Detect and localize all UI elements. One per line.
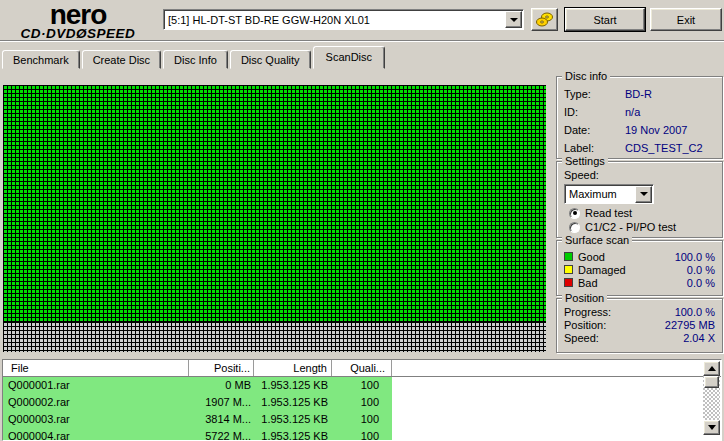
triangle-down-icon (708, 425, 716, 430)
speed-label: Speed: (564, 169, 599, 181)
bad-legend-square (564, 278, 573, 287)
start-button[interactable]: Start (565, 8, 645, 31)
c1c2-test-radio[interactable]: C1/C2 - PI/PO test (569, 221, 676, 233)
arrow-down-glyph (640, 192, 648, 196)
date-label: Date: (564, 124, 590, 136)
row-filler (392, 394, 721, 411)
scroll-up-button[interactable] (703, 361, 720, 376)
label-value: CDS_TEST_C2 (625, 139, 703, 157)
header-quality[interactable]: Quali... (332, 360, 392, 376)
c1c2-test-label: C1/C2 - PI/PO test (585, 221, 676, 233)
table-row[interactable]: Q000004.rar 5722 M... 1.953.125 KB 100 (3, 428, 721, 441)
file-list: File Positi... Length Quali... Q000001.r… (2, 359, 722, 441)
type-label: Type: (564, 88, 591, 100)
speed-value: 2.04 X (683, 332, 715, 345)
disc-info-group: Disc info Type: BD-R ID: n/a Date: 19 No… (556, 76, 723, 159)
drive-selector-value: [5:1] HL-DT-ST BD-RE GGW-H20N XL01 (164, 14, 505, 26)
file-cell: Q000002.rar (3, 394, 189, 411)
row-filler (392, 377, 721, 394)
radio-unselected-icon (569, 222, 580, 233)
tab-benchmark[interactable]: Benchmark (2, 50, 80, 69)
drive-selector[interactable]: [5:1] HL-DT-ST BD-RE GGW-H20N XL01 (163, 9, 524, 30)
scrollbar-track[interactable] (703, 376, 720, 420)
file-cell: Q000001.rar (3, 377, 189, 394)
disc-info-row-date: Date: 19 Nov 2007 (557, 121, 722, 139)
surface-scan-row-damaged: Damaged 0.0 % (557, 263, 722, 276)
bad-label: Bad (578, 277, 598, 289)
tab-disc-info[interactable]: Disc Info (163, 50, 228, 69)
disc-info-title: Disc info (562, 70, 610, 82)
type-value: BD-R (625, 85, 652, 103)
scan-grid (3, 85, 546, 352)
surface-scan-row-good: Good 100.0 % (557, 250, 722, 263)
tab-bar: Benchmark Create Disc Disc Info Disc Qua… (2, 46, 387, 69)
disc-info-row-type: Type: BD-R (557, 85, 722, 103)
position-row-position: Position: 22795 MB (557, 319, 722, 332)
header-length[interactable]: Length (254, 360, 332, 376)
position-group: Position Progress: 100.0 % Position: 227… (556, 298, 723, 353)
good-label: Good (578, 251, 605, 263)
nero-logo: nero CD·DVDØSPEED (2, 1, 154, 41)
chevron-down-icon[interactable] (505, 11, 522, 28)
damaged-value: 0.0 % (687, 264, 715, 276)
settings-title: Settings (562, 155, 608, 167)
scrollbar-thumb[interactable] (704, 376, 719, 388)
position-row-speed: Speed: 2.04 X (557, 332, 722, 345)
settings-group: Settings Speed: Maximum Read test C1/C2 … (556, 161, 723, 238)
tab-create-disc[interactable]: Create Disc (82, 50, 161, 69)
file-cell: Q000003.rar (3, 411, 189, 428)
triangle-up-icon (708, 366, 716, 371)
nero-brand-text: nero (2, 1, 154, 29)
top-bar: nero CD·DVDØSPEED [5:1] HL-DT-ST BD-RE G… (0, 0, 724, 40)
label-label: Label: (564, 142, 594, 154)
header-file[interactable]: File (3, 360, 189, 376)
bad-value: 0.0 % (687, 277, 715, 289)
table-row[interactable]: Q000002.rar 1907 M... 1.953.125 KB 100 (3, 394, 721, 411)
scan-grid-unscanned (3, 322, 546, 352)
file-cell: Q000004.rar (3, 428, 189, 441)
id-value: n/a (625, 103, 640, 121)
file-list-header: File Positi... Length Quali... (3, 360, 721, 377)
quality-cell: 100 (332, 377, 392, 394)
nero-cdspeed-window: nero CD·DVDØSPEED [5:1] HL-DT-ST BD-RE G… (0, 0, 724, 441)
read-test-label: Read test (585, 207, 632, 219)
progress-value: 100.0 % (675, 306, 715, 319)
position-cell: 3814 M... (189, 411, 254, 428)
tab-scandisc[interactable]: ScanDisc (313, 46, 385, 69)
surface-scan-group: Surface scan Good 100.0 % Damaged 0.0 % … (556, 240, 723, 296)
id-label: ID: (564, 106, 578, 118)
damaged-label: Damaged (578, 264, 626, 276)
arrow-down-glyph (510, 18, 518, 22)
date-value: 19 Nov 2007 (625, 121, 687, 139)
position-value: 22795 MB (665, 319, 715, 332)
damaged-legend-square (564, 265, 573, 274)
length-cell: 1.953.125 KB (254, 377, 332, 394)
scroll-down-button[interactable] (703, 420, 720, 435)
cdspeed-product-text: CD·DVDØSPEED (2, 27, 154, 41)
vertical-scrollbar[interactable] (703, 361, 720, 435)
speed-selector-value: Maximum (565, 188, 635, 200)
position-cell: 1907 M... (189, 394, 254, 411)
quality-cell: 100 (332, 428, 392, 441)
tab-disc-quality[interactable]: Disc Quality (230, 50, 311, 69)
good-value: 100.0 % (675, 251, 715, 263)
surface-scan-title: Surface scan (562, 234, 632, 246)
length-cell: 1.953.125 KB (254, 428, 332, 441)
discs-icon (535, 11, 554, 28)
speed-selector[interactable]: Maximum (564, 184, 654, 204)
row-filler (392, 428, 721, 441)
table-row[interactable]: Q000003.rar 3814 M... 1.953.125 KB 100 (3, 411, 721, 428)
chevron-down-icon[interactable] (635, 186, 652, 203)
header-position[interactable]: Positi... (189, 360, 254, 376)
disc-info-row-id: ID: n/a (557, 103, 722, 121)
eject-disc-button[interactable] (531, 8, 558, 31)
table-row[interactable]: Q000001.rar 0 MB 1.953.125 KB 100 (3, 377, 721, 394)
read-test-radio[interactable]: Read test (569, 207, 632, 219)
position-row-progress: Progress: 100.0 % (557, 306, 722, 319)
quality-cell: 100 (332, 394, 392, 411)
length-cell: 1.953.125 KB (254, 411, 332, 428)
position-cell: 5722 M... (189, 428, 254, 441)
good-legend-square (564, 252, 573, 261)
progress-label: Progress: (564, 306, 611, 319)
exit-button[interactable]: Exit (650, 8, 722, 31)
